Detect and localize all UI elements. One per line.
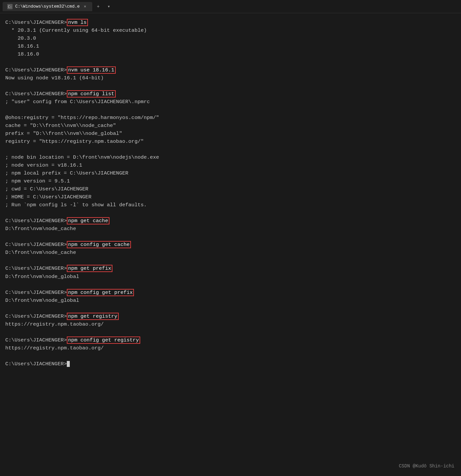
command-text: npm get cache (67, 217, 109, 224)
terminal-line: https://registry.npm.taobao.org/ (5, 320, 456, 328)
terminal-line: 18.16.0 (5, 50, 456, 58)
terminal-line: Now using node v18.16.1 (64-bit) (5, 74, 456, 82)
prompt-text: C:\Users\JIACHENGER> (5, 361, 67, 367)
prompt-text: C:\Users\JIACHENGER> (5, 218, 67, 224)
tab-group: C: C:\Windows\system32\cmd.e ✕ + ▾ (3, 2, 113, 11)
svg-text:C:: C: (8, 5, 12, 9)
output-text: D:\front\nvm\node_global (5, 274, 79, 280)
output-text: Now using node v18.16.1 (64-bit) (5, 75, 104, 81)
terminal-line: 18.16.1 (5, 42, 456, 50)
active-tab[interactable]: C: C:\Windows\system32\cmd.e ✕ (3, 2, 92, 11)
command-text: npm config get prefix (67, 289, 134, 296)
terminal-line: D:\front\nvm\node_global (5, 297, 456, 304)
close-icon[interactable]: ✕ (82, 4, 88, 9)
terminal-line (5, 352, 456, 360)
prompt-text: C:\Users\JIACHENGER> (5, 67, 67, 73)
terminal-line: 20.3.0 (5, 34, 456, 42)
output-text: ; npm local prefix = C:\Users\JIACHENGER (5, 170, 128, 176)
command-text: npm config list (67, 90, 116, 98)
output-text: ; node bin location = D:\front\nvm\nodej… (5, 154, 159, 160)
terminal-line: cache = "D:\\front\\nvm\\node_cache" (5, 122, 456, 130)
terminal-line: C:\Users\JIACHENGER>nvm ls (5, 19, 456, 26)
tab-dropdown-button[interactable]: ▾ (104, 2, 113, 11)
terminal-line: C:\Users\JIACHENGER>npm get cache (5, 217, 456, 225)
terminal-line: registry = "https://registry.npm.taobao.… (5, 138, 456, 145)
output-text: @ohos:registry = "https://repo.harmonyos… (5, 115, 159, 121)
output-text: https://registry.npm.taobao.org/ (5, 321, 104, 327)
terminal-line: C:\Users\JIACHENGER>npm get prefix (5, 264, 456, 272)
title-bar: C: C:\Windows\system32\cmd.e ✕ + ▾ (0, 0, 461, 13)
terminal-line: C:\Users\JIACHENGER>npm config get regis… (5, 336, 456, 344)
output-text: D:\front\nvm\node_global (5, 298, 79, 303)
prompt-text: C:\Users\JIACHENGER> (5, 20, 67, 25)
terminal-line (5, 257, 456, 264)
terminal-line: ; "user" config from C:\Users\JIACHENGER… (5, 98, 456, 106)
prompt-text: C:\Users\JIACHENGER> (5, 265, 67, 271)
output-text: ; cwd = C:\Users\JIACHENGER (5, 186, 88, 192)
prompt-text: C:\Users\JIACHENGER> (5, 242, 67, 248)
watermark: CSDN @Kudō Shin-ichi (399, 463, 454, 470)
terminal-line: * 20.3.1 (Currently using 64-bit executa… (5, 26, 456, 34)
terminal-line: ; npm version = 9.5.1 (5, 177, 456, 185)
terminal-line: ; cwd = C:\Users\JIACHENGER (5, 185, 456, 193)
cmd-icon: C: (7, 4, 13, 9)
terminal-line: D:\front\nvm\node_cache (5, 225, 456, 233)
terminal-line: ; Run `npm config ls -l` to show all def… (5, 201, 456, 209)
terminal-line: C:\Users\JIACHENGER>npm config list (5, 90, 456, 98)
prompt-text: C:\Users\JIACHENGER> (5, 290, 67, 296)
output-text: ; "user" config from C:\Users\JIACHENGER… (5, 99, 150, 105)
terminal-line (5, 209, 456, 217)
command-text: npm config get cache (67, 241, 131, 248)
tab-add-button[interactable]: + (94, 2, 103, 11)
command-text: nvm ls (67, 19, 88, 26)
terminal-line (5, 281, 456, 289)
terminal-line (5, 82, 456, 90)
terminal-line: C:\Users\JIACHENGER>npm config get prefi… (5, 289, 456, 297)
prompt-text: C:\Users\JIACHENGER> (5, 313, 67, 319)
terminal-line: ; node version = v18.16.1 (5, 161, 456, 169)
output-text: D:\front\nvm\node_cache (5, 250, 76, 256)
command-text: npm get registry (67, 313, 119, 320)
terminal-line: ; HOME = C:\Users\JIACHENGER (5, 193, 456, 201)
terminal-line (5, 145, 456, 153)
prompt-text: C:\Users\JIACHENGER> (5, 337, 67, 343)
command-text: npm get prefix (67, 265, 112, 272)
terminal-line (5, 58, 456, 66)
terminal-line: C:\Users\JIACHENGER>npm get registry (5, 312, 456, 320)
command-text: npm config get registry (67, 337, 140, 344)
terminal-line: D:\front\nvm\node_cache (5, 249, 456, 257)
output-text: cache = "D:\\front\\nvm\\node_cache" (5, 123, 116, 129)
output-text: https://registry.npm.taobao.org/ (5, 345, 104, 351)
terminal-content: C:\Users\JIACHENGER>nvm ls * 20.3.1 (Cur… (0, 13, 461, 476)
output-text: registry = "https://registry.npm.taobao.… (5, 139, 144, 144)
terminal-line: C:\Users\JIACHENGER> (5, 360, 456, 368)
output-text: ; node version = v18.16.1 (5, 162, 82, 168)
terminal-line: D:\front\nvm\node_global (5, 273, 456, 281)
output-text: * 20.3.1 (Currently using 64-bit executa… (5, 27, 147, 33)
terminal-line: ; npm local prefix = C:\Users\JIACHENGER (5, 169, 456, 177)
terminal-line: C:\Users\JIACHENGER>npm config get cache (5, 241, 456, 249)
prompt-text: C:\Users\JIACHENGER> (5, 91, 67, 97)
output-text: prefix = "D:\\front\\nvm\\node_global" (5, 131, 122, 137)
terminal-line: prefix = "D:\\front\\nvm\\node_global" (5, 130, 456, 138)
output-text: D:\front\nvm\node_cache (5, 226, 76, 232)
terminal-line (5, 304, 456, 312)
terminal-line: C:\Users\JIACHENGER>nvm use 18.16.1 (5, 66, 456, 74)
terminal-line (5, 106, 456, 114)
output-text: ; npm version = 9.5.1 (5, 178, 70, 184)
terminal-line: https://registry.npm.taobao.org/ (5, 344, 456, 352)
output-text: ; Run `npm config ls -l` to show all def… (5, 202, 147, 208)
cursor (67, 361, 70, 367)
tab-title: C:\Windows\system32\cmd.e (15, 4, 80, 9)
terminal-line (5, 233, 456, 241)
terminal-line (5, 328, 456, 336)
output-text: 18.16.1 (5, 43, 39, 49)
output-text: 20.3.0 (5, 35, 36, 41)
command-text: nvm use 18.16.1 (67, 66, 116, 74)
output-text: 18.16.0 (5, 51, 39, 57)
output-text: ; HOME = C:\Users\JIACHENGER (5, 194, 91, 200)
terminal-line: @ohos:registry = "https://repo.harmonyos… (5, 114, 456, 122)
terminal-line: ; node bin location = D:\front\nvm\nodej… (5, 153, 456, 161)
